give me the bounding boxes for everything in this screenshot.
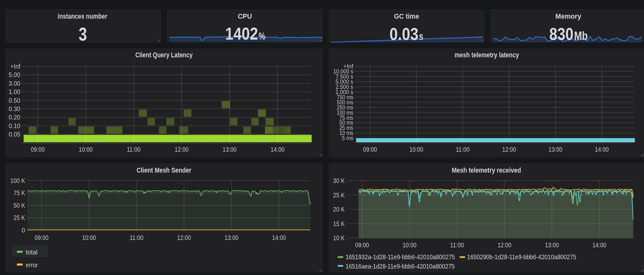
svg-text:1402: 1402 (225, 24, 258, 43)
svg-text:instances number: instances number (58, 12, 107, 20)
svg-text:14:00: 14:00 (592, 241, 606, 249)
svg-text:0.30: 0.30 (9, 105, 20, 112)
svg-text:13:00: 13:00 (225, 234, 238, 241)
svg-text:100 K: 100 K (10, 177, 25, 184)
svg-text:0.50: 0.50 (9, 97, 20, 104)
svg-text:Client Query Latency: Client Query Latency (135, 51, 193, 59)
svg-text:3.00: 3.00 (9, 80, 20, 87)
svg-text:14:00: 14:00 (271, 146, 284, 153)
svg-text:11:00: 11:00 (450, 241, 464, 249)
svg-text:1650290b-1d28-11e9-bbb6-42010a: 1650290b-1d28-11e9-bbb6-42010a800275 (467, 253, 576, 261)
svg-text:10:00: 10:00 (403, 241, 417, 249)
svg-text:10 K: 10 K (333, 234, 345, 242)
svg-text:16516aea-1d28-11e9-bbb6-42010a: 16516aea-1d28-11e9-bbb6-42010a800275 (346, 262, 455, 270)
svg-text:20 K: 20 K (333, 205, 345, 213)
svg-text:09:00: 09:00 (35, 234, 49, 241)
svg-text:5.00: 5.00 (9, 71, 20, 78)
svg-text:0: 0 (22, 226, 25, 234)
svg-text:13:00: 13:00 (545, 241, 559, 249)
svg-text:11:00: 11:00 (127, 146, 140, 153)
svg-text:Mb: Mb (574, 29, 588, 43)
svg-text:13:00: 13:00 (223, 146, 236, 153)
svg-text:Memory: Memory (555, 12, 582, 20)
svg-text:3: 3 (79, 24, 87, 44)
svg-text:12:00: 12:00 (175, 146, 188, 153)
svg-text:12:00: 12:00 (177, 234, 191, 241)
svg-text:12:00: 12:00 (502, 146, 516, 153)
svg-text:total: total (26, 248, 38, 256)
svg-text:30 K: 30 K (333, 177, 345, 184)
svg-text:14:00: 14:00 (595, 146, 609, 153)
svg-text:1651932a-1d28-11e9-bbb6-42010a: 1651932a-1d28-11e9-bbb6-42010a800275 (346, 253, 455, 261)
svg-text:%: % (259, 30, 265, 42)
svg-text:10:00: 10:00 (79, 146, 93, 153)
svg-text:09:00: 09:00 (363, 146, 377, 153)
svg-text:s: s (419, 30, 424, 42)
svg-text:0.03: 0.03 (389, 24, 418, 43)
svg-text:09:00: 09:00 (355, 241, 369, 249)
svg-text:11:00: 11:00 (456, 146, 470, 153)
svg-text:CPU: CPU (238, 12, 252, 20)
svg-text:830: 830 (549, 24, 573, 43)
svg-text:13:00: 13:00 (549, 146, 562, 153)
svg-text:0.20: 0.20 (9, 113, 20, 121)
svg-text:Client Mesh Sender: Client Mesh Sender (137, 166, 191, 174)
svg-text:10:00: 10:00 (82, 234, 96, 241)
svg-text:11:00: 11:00 (130, 234, 143, 241)
svg-text:50 K: 50 K (14, 202, 25, 209)
svg-text:+Inf: +Inf (10, 62, 20, 70)
svg-text:15 K: 15 K (333, 220, 345, 227)
svg-text:0.10: 0.10 (9, 122, 20, 129)
svg-text:1.00: 1.00 (9, 88, 20, 95)
svg-text:GC time: GC time (394, 12, 419, 20)
svg-text:75 K: 75 K (14, 189, 25, 196)
svg-text:14:00: 14:00 (272, 234, 286, 241)
svg-text:10:00: 10:00 (409, 146, 423, 153)
svg-text:0.05: 0.05 (9, 130, 20, 138)
svg-text:25 K: 25 K (333, 191, 345, 199)
svg-text:mesh telemetry latency: mesh telemetry latency (455, 51, 519, 59)
svg-text:Mesh telemetry received: Mesh telemetry received (452, 166, 521, 174)
svg-text:09:00: 09:00 (31, 146, 45, 153)
svg-text:12:00: 12:00 (497, 241, 511, 249)
svg-text:25 K: 25 K (14, 214, 25, 221)
svg-text:5 ms: 5 ms (342, 135, 353, 141)
svg-text:error: error (26, 261, 38, 269)
